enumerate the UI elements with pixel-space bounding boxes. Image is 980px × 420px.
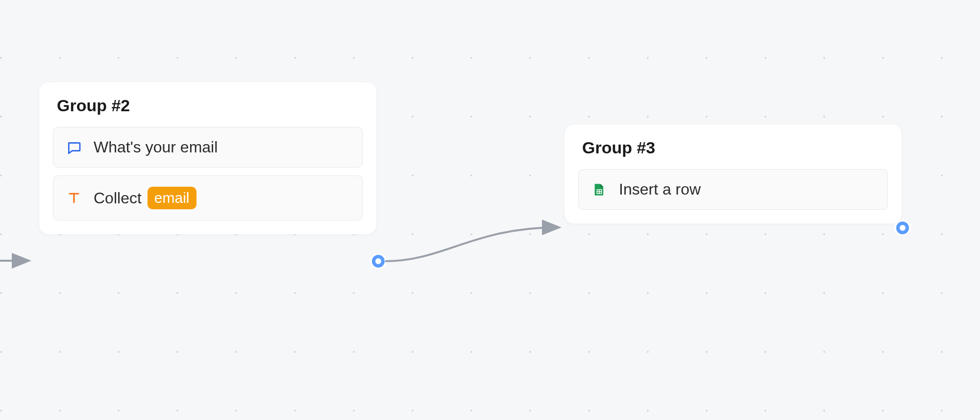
node-title: Group #2 [53,96,363,115]
node-group-2[interactable]: Group #2 What's your email Collect email [39,82,376,234]
variable-chip: email [147,187,196,209]
flow-canvas[interactable]: Group #2 What's your email Collect email [0,0,980,420]
block-label: Collect email [94,187,196,209]
block-label: What's your email [94,138,218,156]
edge-group2-to-group3 [385,216,571,274]
node-title: Group #3 [578,138,888,157]
google-sheets-icon [590,181,608,198]
output-port-group2[interactable] [372,255,385,268]
edge-into-group2 [0,251,39,271]
text-input-icon [65,189,83,207]
chat-icon [65,139,83,156]
block-collect[interactable]: Collect email [53,175,363,221]
node-group-3[interactable]: Group #3 Insert a row [564,124,902,223]
output-port-group3[interactable] [896,222,909,234]
block-message[interactable]: What's your email [53,127,363,168]
block-sheets-insert[interactable]: Insert a row [578,169,888,210]
block-label: Insert a row [619,180,701,198]
